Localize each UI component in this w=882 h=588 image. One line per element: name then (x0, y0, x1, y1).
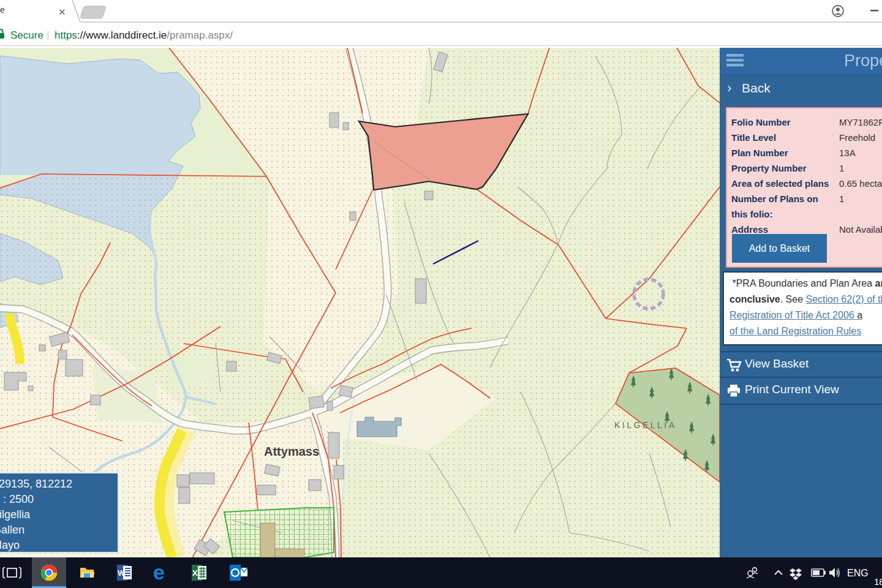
svg-text:W: W (118, 568, 126, 578)
svg-text:ENG: ENG (847, 568, 869, 578)
svg-text:KILGELLIA: KILGELLIA (614, 420, 677, 430)
svg-text:e: e (153, 560, 165, 584)
svg-text:X: X (192, 568, 198, 578)
svg-text:Attymass: Attymass (264, 445, 319, 458)
svg-text:18: 18 (874, 576, 882, 587)
